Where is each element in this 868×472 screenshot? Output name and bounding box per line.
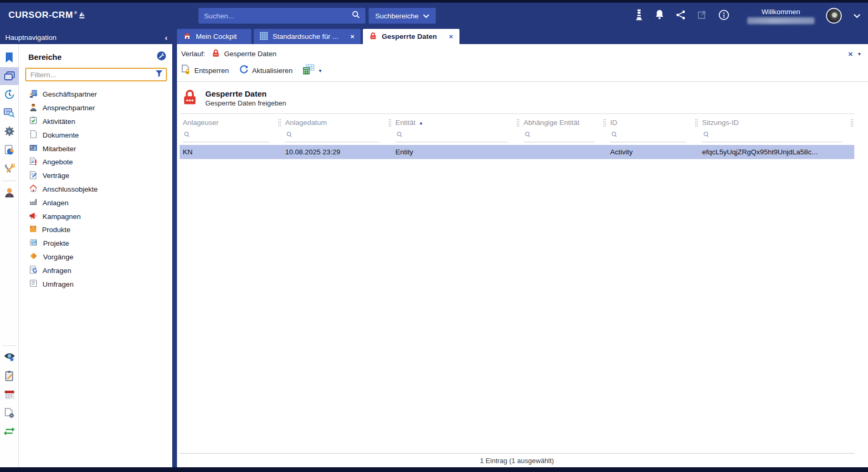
sidebar-item-aktivitaeten[interactable]: Aktivitäten — [25, 115, 167, 129]
close-icon[interactable]: × — [848, 49, 853, 58]
sidebar-item-kampagnen[interactable]: Kampagnen — [25, 209, 167, 223]
column-resize-handle[interactable] — [517, 119, 519, 127]
sidebar-item-label: Vorgänge — [43, 253, 74, 261]
column-resize-handle[interactable] — [695, 119, 698, 127]
contracts-icon — [29, 171, 37, 181]
cell-anlagedatum: 10.08.2025 23:29 — [282, 148, 392, 156]
sidebar-filter-box[interactable] — [25, 68, 167, 81]
funnel-icon[interactable] — [155, 70, 163, 79]
table-empty-space — [180, 159, 854, 453]
column-filter-input[interactable] — [702, 130, 842, 142]
verlauf-item[interactable]: Gesperrte Daten — [224, 50, 277, 58]
bookmark-icon[interactable] — [0, 48, 19, 67]
icon-rail — [0, 44, 19, 467]
tools-icon[interactable] — [0, 160, 19, 179]
page-header: Gesperrte Daten Gesperrte Daten freigebe… — [177, 82, 868, 113]
column-resize-handle[interactable] — [851, 119, 853, 127]
sidebar-item-projekte[interactable]: Projekte — [25, 237, 167, 250]
column-resize-handle[interactable] — [278, 119, 281, 127]
aktualisieren-button[interactable]: Aktualisieren — [239, 65, 292, 76]
clipboard-edit-icon[interactable] — [0, 366, 19, 385]
wrench-circle-icon[interactable] — [157, 51, 166, 62]
sync-icon[interactable] — [0, 423, 19, 440]
tab-standardsuche[interactable]: Standardsuche für ... × — [254, 29, 361, 44]
sidebar-item-mitarbeiter[interactable]: Mitarbeiter — [25, 142, 167, 155]
connection-objects-icon — [29, 184, 37, 194]
refresh-icon — [239, 65, 248, 76]
app-window: CURSOR-CRM® Suchbereiche Willkommen — [0, 0, 868, 472]
column-resize-handle[interactable] — [389, 119, 391, 127]
sidebar-item-anlagen[interactable]: Anlagen — [25, 196, 167, 209]
column-filter-input[interactable] — [183, 130, 269, 142]
sidebar-item-angebote[interactable]: Angebote — [25, 155, 167, 169]
person-icon[interactable] — [0, 183, 19, 202]
sidebar-item-anfragen[interactable]: Anfragen — [25, 264, 167, 277]
notifications-bell-icon[interactable] — [655, 9, 664, 22]
employee-badge-icon — [29, 144, 37, 153]
tab-mein-cockpit[interactable]: Mein Cockpit — [177, 29, 252, 44]
processes-icon — [29, 252, 38, 261]
page-subtitle: Gesperrte Daten freigeben — [205, 99, 286, 107]
cell-entitaet: Entity — [392, 148, 520, 156]
chevron-down-icon — [423, 12, 430, 20]
sort-ascending-icon[interactable]: ▲ — [419, 120, 423, 125]
search-icon[interactable] — [352, 11, 360, 21]
windows-icon[interactable] — [0, 67, 19, 85]
page-titles: Gesperrte Daten Gesperrte Daten freigebe… — [205, 89, 286, 107]
column-filter-input[interactable] — [610, 130, 686, 142]
collapse-sidebar-icon[interactable]: ‹ — [165, 34, 168, 41]
column-header-anlageuser[interactable]: Anlageuser — [180, 114, 282, 142]
user-menu-chevron-icon[interactable] — [853, 11, 861, 20]
table-view-dropdown[interactable]: ▾ — [303, 64, 321, 77]
user-avatar[interactable] — [826, 8, 842, 24]
more-options-icon[interactable] — [718, 9, 729, 23]
lighthouse-icon[interactable] — [635, 9, 643, 23]
documents-icon — [29, 130, 37, 140]
tab-close-icon[interactable]: × — [449, 33, 453, 40]
column-header-anlagedatum[interactable]: Anlagedatum — [282, 114, 392, 142]
sidebar-item-umfragen[interactable]: Umfragen — [25, 277, 167, 291]
tab-close-icon[interactable]: × — [350, 33, 354, 40]
sidebar-item-geschaeftspartner[interactable]: Geschäftspartner — [25, 88, 167, 101]
eye-star-icon[interactable] — [0, 348, 19, 366]
sidebar-filter-input[interactable] — [30, 71, 155, 79]
sidebar-item-anschlussobjekte[interactable]: Anschlussobjekte — [25, 183, 167, 196]
search-list-icon[interactable] — [0, 104, 19, 122]
calendar-icon[interactable] — [0, 385, 19, 404]
sidebar-item-ansprechpartner[interactable]: Ansprechpartner — [25, 101, 167, 115]
aktualisieren-label: Aktualisieren — [252, 67, 292, 75]
sidebar-main-divider[interactable] — [172, 44, 177, 467]
entsperren-button[interactable]: Entsperren — [181, 65, 229, 76]
column-header-entitaet[interactable]: Entität▲ — [392, 114, 520, 142]
share-icon[interactable] — [676, 10, 686, 22]
home-icon — [183, 32, 191, 41]
column-filter-input[interactable] — [395, 130, 508, 142]
tab-gesperrte-daten[interactable]: Gesperrte Daten × — [363, 29, 459, 44]
activities-icon — [29, 117, 37, 126]
global-search-input[interactable] — [204, 12, 352, 20]
column-filter-input[interactable] — [524, 130, 594, 142]
global-search-box[interactable] — [198, 8, 365, 24]
column-header-id[interactable]: ID — [607, 114, 699, 142]
search-scope-button[interactable]: Suchbereiche — [369, 8, 436, 24]
report-pie-icon[interactable] — [0, 141, 19, 160]
caret-down-icon[interactable]: ▾ — [858, 51, 861, 57]
column-header-abhaengige-entitaet[interactable]: Abhängige Entität — [520, 114, 607, 142]
table-row[interactable]: KN 10.08.2025 23:29 Entity Activity efqc… — [180, 145, 854, 159]
column-header-sitzungs-id[interactable]: Sitzungs-ID — [699, 114, 854, 142]
document-gear-icon[interactable] — [0, 404, 19, 423]
column-label: Sitzungs-ID — [702, 119, 739, 127]
lock-icon — [212, 49, 220, 59]
surveys-icon — [29, 279, 37, 289]
column-filter-input[interactable] — [285, 130, 380, 142]
bereiche-list: Geschäftspartner Ansprechpartner Aktivit… — [25, 88, 167, 291]
sidebar-item-produkte[interactable]: Produkte — [25, 223, 167, 237]
gear-play-icon[interactable] — [0, 122, 19, 141]
sidebar-item-vorgaenge[interactable]: Vorgänge — [25, 250, 167, 264]
column-resize-handle[interactable] — [603, 119, 606, 127]
bereiche-panel: Bereiche Geschäftspartner Ansprechpartne… — [19, 44, 172, 467]
history-icon[interactable] — [0, 85, 19, 104]
sidebar-item-vertraege[interactable]: Verträge — [25, 169, 167, 183]
sidebar-item-dokumente[interactable]: Dokumente — [25, 128, 167, 142]
sidebar-item-label: Anfragen — [43, 267, 71, 275]
